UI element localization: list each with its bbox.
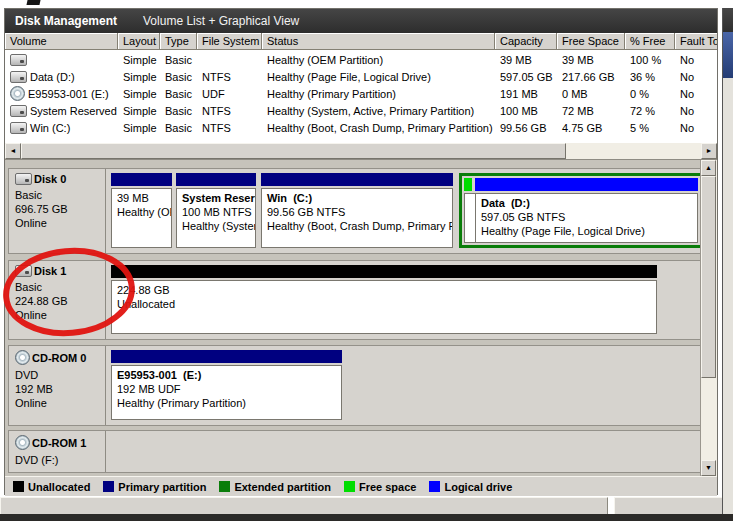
partition-title: System Reserved (182, 191, 250, 205)
disk-icon (15, 265, 32, 277)
column-header-layout[interactable]: Layout (118, 33, 160, 50)
cell-capacity: 99.56 GB (495, 118, 557, 135)
cell-file-system: NTFS (197, 101, 262, 118)
disk-size: 224.88 GB (15, 294, 102, 308)
disk-info-cdrom1[interactable]: CD-ROM 1 DVD (F:) (9, 431, 106, 472)
drive-volume-icon (10, 54, 27, 66)
adjacent-pane-blue-section (723, 32, 733, 78)
disk-type: DVD (15, 368, 102, 382)
legend-swatch-free-space (344, 481, 355, 492)
cell-file-system: NTFS (197, 118, 262, 135)
volume-name: System Reserved (30, 105, 117, 117)
cell-status: Healthy (OEM Partition) (262, 50, 495, 67)
partition-size: 99.56 GB NTFS (267, 205, 447, 219)
cell-free-space: 72 MB (557, 101, 625, 118)
scroll-up-icon[interactable]: ▲ (701, 160, 716, 176)
volume-row-win-c[interactable]: Win (C:) Simple Basic NTFS Healthy (Boot… (5, 118, 717, 135)
column-header-free-space[interactable]: Free Space (557, 33, 625, 50)
drive-volume-icon (10, 122, 27, 134)
adjacent-pane-header (723, 8, 733, 32)
cell-layout: Simple (118, 84, 160, 101)
legend-swatch-primary (103, 481, 114, 492)
legend-swatch-unallocated (13, 481, 24, 492)
scroll-left-icon[interactable]: ◄ (5, 143, 21, 159)
partition-e95953[interactable]: E95953-001 (E:) 192 MB UDF Healthy (Prim… (111, 350, 342, 420)
extended-partition: Data (D:) 597.05 GB NTFS Healthy (Page F… (459, 173, 703, 248)
partition-win-c[interactable]: Win (C:) 99.56 GB NTFS Healthy (Boot, Cr… (261, 173, 453, 248)
column-header-fault-tolerance[interactable]: Fault Tolerance (675, 33, 717, 50)
disk-management-pane: Disk Management Volume List + Graphical … (4, 8, 718, 495)
cropped-text-artifact (26, 0, 40, 5)
pane-header: Disk Management Volume List + Graphical … (5, 9, 717, 33)
cell-free-space: 217.66 GB (557, 67, 625, 84)
disk-status: Online (15, 216, 102, 230)
disk-name: Disk 1 (34, 265, 66, 277)
cell-status: Healthy (System, Active, Primary Partiti… (262, 101, 495, 118)
scroll-down-icon[interactable]: ▼ (701, 460, 716, 476)
pane-title: Disk Management (15, 14, 117, 28)
column-header-status[interactable]: Status (262, 33, 495, 50)
cell-capacity: 100 MB (495, 101, 557, 118)
cdrom0-partitions: E95953-001 (E:) 192 MB UDF Healthy (Prim… (106, 346, 703, 425)
horizontal-scroll-thumb[interactable] (21, 143, 566, 159)
cdrom-icon (15, 435, 30, 450)
partition-data-d[interactable]: Data (D:) 597.05 GB NTFS Healthy (Page F… (475, 178, 698, 243)
partition-status: Healthy (System, Active, Primary Partiti… (182, 219, 250, 233)
volume-row-oem[interactable]: Simple Basic Healthy (OEM Partition) 39 … (5, 50, 717, 67)
unallocated-region[interactable]: 224.88 GB Unallocated (111, 265, 657, 334)
legend-swatch-extended (219, 481, 230, 492)
cell-capacity: 191 MB (495, 84, 557, 101)
status-bar-left (0, 497, 608, 515)
primary-partition-strip (261, 173, 453, 186)
cell-free-space: 0 MB (557, 84, 625, 101)
disk1-partitions: 224.88 GB Unallocated (106, 261, 703, 339)
volume-name: Data (D:) (30, 71, 75, 83)
cell-fault-tolerance: No (675, 118, 717, 135)
volume-row-e95953[interactable]: E95953-001 (E:) Simple Basic UDF Healthy… (5, 84, 717, 101)
volume-row-system-reserved[interactable]: System Reserved Simple Basic NTFS Health… (5, 101, 717, 118)
graph-vertical-scrollbar[interactable]: ▲ ▼ (700, 160, 717, 476)
disk-row-cdrom1: CD-ROM 1 DVD (F:) (8, 430, 704, 473)
volume-name: E95953-001 (E:) (28, 88, 109, 100)
cell-pct-free: 0 % (625, 84, 675, 101)
volume-name: Win (C:) (30, 122, 70, 134)
scroll-right-icon[interactable]: ► (701, 143, 717, 159)
disk-name: CD-ROM 1 (32, 437, 86, 449)
partition-status: Healthy (Page File, Logical Drive) (481, 224, 692, 238)
disk-type: Basic (15, 280, 102, 294)
primary-partition-strip (176, 173, 256, 186)
column-header-capacity[interactable]: Capacity (495, 33, 557, 50)
free-space-strip (464, 178, 472, 191)
disk-row-disk0: Disk 0 Basic 696.75 GB Online 39 MB Heal… (8, 168, 704, 254)
table-horizontal-scrollbar[interactable]: ◄ ► (5, 143, 717, 159)
legend-label: Logical drive (444, 481, 512, 493)
disk-info-cdrom0[interactable]: CD-ROM 0 DVD 192 MB Online (9, 346, 106, 425)
adjacent-pane-edge (722, 8, 733, 514)
column-header-volume[interactable]: Volume (5, 33, 118, 50)
logical-drive-strip (475, 178, 698, 191)
legend-label: Primary partition (118, 481, 206, 493)
partition-oem[interactable]: 39 MB Healthy (OEM Partition) (111, 173, 172, 248)
cell-layout: Simple (118, 118, 160, 135)
cell-layout: Simple (118, 67, 160, 84)
bottom-window-edge (0, 514, 733, 521)
cell-type: Basic (160, 84, 197, 101)
vertical-scroll-thumb[interactable] (701, 176, 716, 378)
disk-size: 192 MB (15, 382, 102, 396)
free-space-region[interactable] (464, 178, 472, 243)
cell-capacity: 597.05 GB (495, 67, 557, 84)
cell-type: Basic (160, 67, 197, 84)
cdrom1-partitions (106, 431, 703, 472)
cell-status: Healthy (Page File, Logical Drive) (262, 67, 495, 84)
column-header-type[interactable]: Type (160, 33, 197, 50)
view-mode-label: Volume List + Graphical View (143, 14, 299, 28)
cell-free-space: 4.75 GB (557, 118, 625, 135)
disk-info-disk0[interactable]: Disk 0 Basic 696.75 GB Online (9, 169, 106, 253)
volume-row-data-d[interactable]: Data (D:) Simple Basic NTFS Healthy (Pag… (5, 67, 717, 84)
column-header-file-system[interactable]: File System (197, 33, 262, 50)
cell-type: Basic (160, 50, 197, 67)
legend-primary-partition: Primary partition (103, 481, 206, 493)
column-header-pct-free[interactable]: % Free (625, 33, 675, 50)
partition-system-reserved[interactable]: System Reserved 100 MB NTFS Healthy (Sys… (176, 173, 256, 248)
disk-info-disk1[interactable]: Disk 1 Basic 224.88 GB Online (9, 261, 106, 339)
